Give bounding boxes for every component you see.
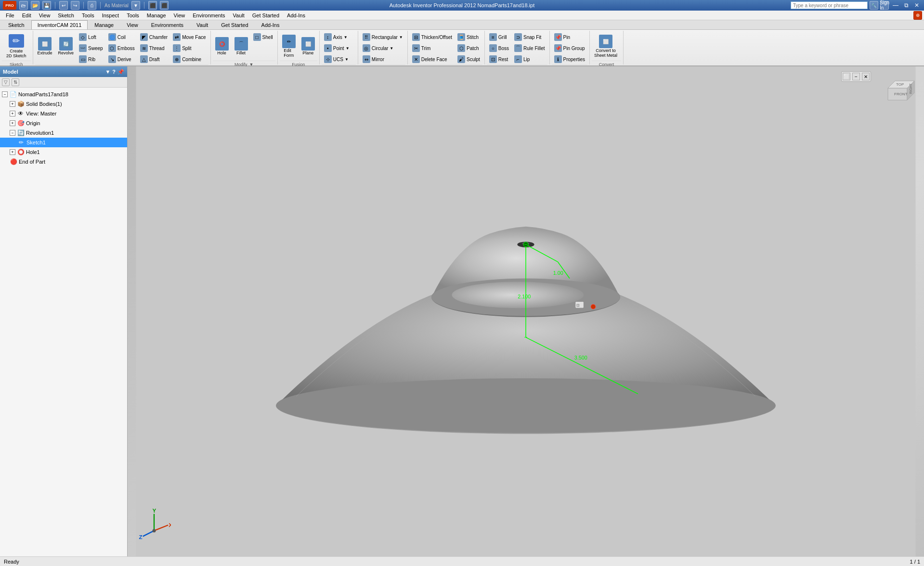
btn-plane[interactable]: ⬜ Plane (299, 32, 317, 61)
btn-chamfer[interactable]: ◤ Chamfer (138, 32, 170, 42)
btn-rest[interactable]: ⊡ Rest (487, 54, 511, 64)
btn-thread[interactable]: ≋ Thread (138, 43, 170, 53)
btn-split[interactable]: ⋮ Split (170, 43, 208, 53)
btn-convert-sheet-metal[interactable]: ⬜ Convert to Sheet Metal (592, 32, 620, 61)
window-restore[interactable]: ⧉ (902, 2, 911, 9)
view-ctrl-restore[interactable]: ⬜ (843, 73, 850, 80)
btn-emboss[interactable]: ⬡ Emboss (106, 43, 137, 53)
btn-sweep[interactable]: 〰 Sweep (77, 43, 105, 53)
view-cube[interactable]: FRONT TOP RIGHT (881, 74, 914, 107)
btn-create-2d-sketch[interactable]: ✏ Create 2D Sketch (2, 32, 31, 61)
panel-pin-btn[interactable]: 📌 (117, 69, 124, 75)
tree-expand-root[interactable]: − (2, 91, 8, 97)
tree-expand-origin[interactable]: + (10, 120, 15, 126)
btn-loft[interactable]: ◇ Loft (77, 32, 105, 42)
btn-revolve[interactable]: 🔄 Revolve (56, 32, 77, 61)
tree-expand-view[interactable]: + (10, 111, 15, 116)
menu-vault[interactable]: Vault (229, 12, 248, 19)
tab-sketch[interactable]: Sketch (2, 20, 31, 29)
menu-tools[interactable]: Tools (78, 12, 98, 19)
menu-inspect[interactable]: Inspect (98, 12, 123, 19)
view-ctrl-minimize[interactable]: − (852, 73, 860, 80)
qa-new[interactable]: 🗁 (19, 1, 28, 10)
tree-expand-hole[interactable]: + (10, 149, 15, 155)
btn-axis[interactable]: ↕ Axis ▼ (322, 32, 352, 42)
btn-thicken-offset[interactable]: ⊟ Thicken/Offset (410, 32, 455, 42)
tab-get-started[interactable]: Get Started (215, 20, 254, 29)
menu-tools2[interactable]: Tools (123, 12, 143, 19)
btn-mirror[interactable]: ⇔ Mirror (360, 54, 405, 64)
tree-item-root[interactable]: − 📄 NomadParts17and18 (0, 90, 127, 99)
btn-point[interactable]: • Point ▼ (322, 43, 352, 53)
btn-shell[interactable]: □ Shell (251, 32, 275, 42)
btn-pin[interactable]: 📌 Pin (552, 32, 588, 42)
btn-boss[interactable]: ○ Boss (487, 43, 511, 53)
btn-combine[interactable]: ⊕ Combine (170, 54, 208, 64)
tab-view[interactable]: View (120, 20, 144, 29)
inventor-search-btn[interactable]: ⊕ (913, 11, 922, 20)
btn-draft[interactable]: △ Draft (138, 54, 170, 64)
menu-manage[interactable]: Manage (143, 12, 170, 19)
btn-fillet[interactable]: ⌒ Fillet (232, 32, 250, 61)
btn-edit-form[interactable]: ✏ EditForm (280, 32, 298, 61)
tree-item-eop[interactable]: 🔴 End of Part (0, 157, 127, 167)
btn-rectangular[interactable]: ⠿ Rectangular ▼ (360, 32, 405, 42)
btn-rule-fillet[interactable]: ⌒ Rule Fillet (512, 43, 547, 53)
tab-inventorcam[interactable]: InventorCAM 2011 (31, 20, 88, 29)
sign-in-btn[interactable]: Sign In (880, 1, 889, 10)
panel-dropdown-btn[interactable]: ▼ (105, 69, 110, 75)
panel-filter-icon[interactable]: ▽ (2, 78, 10, 86)
btn-trim[interactable]: ✂ Trim (410, 43, 455, 53)
btn-derive[interactable]: ↘ Derive (106, 54, 137, 64)
qa-btn2[interactable]: ⬛ (160, 1, 169, 10)
tree-item-solid-bodies[interactable]: + 📦 Solid Bodies(1) (0, 99, 127, 109)
btn-snap-fit[interactable]: ⊃ Snap Fit (512, 32, 547, 42)
qa-redo[interactable]: ↪ (71, 1, 79, 10)
tree-item-hole1[interactable]: + ⭕ Hole1 (0, 147, 127, 157)
menu-environments[interactable]: Environments (189, 12, 229, 19)
menu-view-menu[interactable]: View (35, 12, 54, 19)
tree-item-revolution1[interactable]: − 🔄 Revolution1 (0, 128, 127, 138)
btn-move-face[interactable]: ⇄ Move Face (170, 32, 208, 42)
btn-patch[interactable]: ⬡ Patch (455, 43, 482, 53)
view-ctrl-close[interactable]: ✕ (862, 73, 870, 80)
qa-save[interactable]: 💾 (42, 1, 51, 10)
qa-print[interactable]: ⎙ (88, 1, 96, 10)
btn-pin-group[interactable]: 📌 Pin Group (552, 43, 588, 53)
tab-vault[interactable]: Vault (190, 20, 214, 29)
btn-coil[interactable]: 🌀 Coil (106, 32, 137, 42)
btn-properties[interactable]: ℹ Properties (552, 54, 588, 64)
material-dropdown[interactable]: ▼ (131, 1, 140, 10)
tab-manage[interactable]: Manage (88, 20, 120, 29)
tree-expand-solid[interactable]: + (10, 101, 15, 107)
tab-environments[interactable]: Environments (145, 20, 190, 29)
menu-sketch[interactable]: Sketch (54, 12, 78, 19)
btn-extrude[interactable]: ⬜ Extrude (35, 32, 55, 61)
tree-item-sketch1[interactable]: ✏ Sketch1 (0, 138, 127, 147)
menu-get-started[interactable]: Get Started (248, 12, 283, 19)
viewport[interactable]: ⊡ 1.00 2.100 3.500 X Y Z (128, 66, 924, 556)
qa-undo[interactable]: ↩ (59, 1, 68, 10)
menu-edit[interactable]: Edit (18, 12, 35, 19)
view-controls[interactable]: ⬜ − ✕ (841, 71, 871, 82)
btn-circular[interactable]: ◎ Circular ▼ (360, 43, 405, 53)
btn-lip[interactable]: ⌐ Lip (512, 54, 547, 64)
menu-addins[interactable]: Add-Ins (283, 12, 309, 19)
window-minimize[interactable]: — (891, 2, 900, 9)
tree-item-origin[interactable]: + 🎯 Origin (0, 118, 127, 128)
qa-open[interactable]: 📂 (31, 1, 39, 10)
btn-stitch[interactable]: 🧵 Stitch (455, 32, 482, 42)
tab-addins[interactable]: Add-Ins (255, 20, 286, 29)
btn-delete-face[interactable]: ✕ Delete Face (410, 54, 455, 64)
panel-help-btn[interactable]: ? (112, 69, 116, 75)
btn-grill[interactable]: ≡ Grill (487, 32, 511, 42)
search-input[interactable] (791, 1, 868, 9)
menu-file[interactable]: File (2, 12, 18, 19)
btn-ucs[interactable]: ⊹ UCS ▼ (322, 54, 352, 64)
help-icons-btn[interactable]: 🔧 (870, 1, 878, 10)
btn-hole[interactable]: ⭕ Hole (213, 32, 231, 61)
tree-expand-rev[interactable]: − (10, 130, 15, 136)
menu-view2[interactable]: View (170, 12, 189, 19)
btn-rib[interactable]: ▭ Rib (77, 54, 105, 64)
window-close[interactable]: ✕ (912, 2, 921, 9)
